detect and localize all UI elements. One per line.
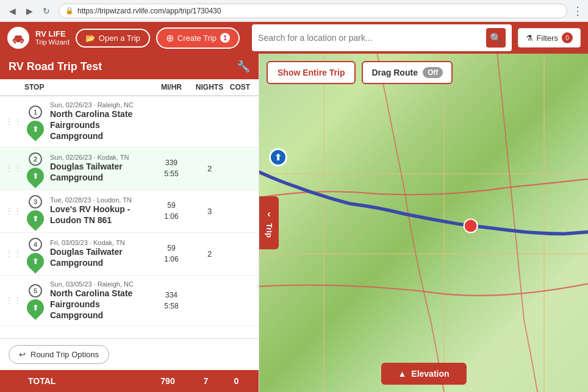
map-route-svg bbox=[259, 54, 588, 392]
elevation-icon: ▲ bbox=[398, 369, 406, 379]
total-cost: 0 bbox=[223, 376, 250, 386]
map-marker: ⬆ bbox=[23, 207, 48, 231]
stop-date: Sun, 02/26/23 · Raleigh, NC bbox=[50, 101, 150, 109]
open-trip-button[interactable]: 📂 Open a Trip bbox=[76, 29, 150, 48]
stop-info: Tue, 02/28/23 · Loudon, TN Love's RV Hoo… bbox=[50, 196, 150, 226]
plus-circle-icon: ⊕ bbox=[166, 32, 174, 44]
map-marker: ⬆ bbox=[23, 296, 48, 321]
map-marker: ⬆ bbox=[23, 164, 48, 188]
stop-mihr: 3345:58 bbox=[150, 290, 193, 312]
chevron-left-icon: ‹ bbox=[267, 208, 270, 219]
drag-handle[interactable]: ⋮⋮ bbox=[5, 163, 22, 173]
url-text: https://tripwizard.rvlife.com/app/trip/1… bbox=[77, 7, 221, 15]
browser-menu-icon[interactable]: ⋮ bbox=[572, 4, 583, 18]
logo-text: RV LIFE Trip Wizard bbox=[35, 29, 70, 47]
stop-number: 3 bbox=[29, 195, 42, 208]
drag-handle[interactable]: ⋮⋮ bbox=[5, 206, 22, 216]
back-button[interactable]: ◀ bbox=[5, 4, 20, 18]
start-marker-icon: ⬆ bbox=[269, 148, 287, 166]
filter-button[interactable]: ⚗ Filters 0 bbox=[518, 28, 581, 48]
stop-name: Douglas Tailwater Campground bbox=[50, 246, 150, 268]
search-button[interactable]: 🔍 bbox=[486, 28, 506, 48]
stop-num-icon: 2 ⬆ bbox=[26, 152, 45, 185]
trip-tab-label: Trip bbox=[265, 223, 274, 238]
stop-num-icon: 4 ⬆ bbox=[26, 238, 45, 270]
map-marker: ⬆ bbox=[23, 117, 48, 141]
main-layout: RV Road Trip Test 🔧 STOP MI/HR NIGHTS CO… bbox=[0, 54, 588, 392]
stop-name: Love's RV Hookup - Loudon TN 861 bbox=[50, 204, 150, 226]
search-input[interactable] bbox=[258, 33, 486, 43]
stop-number: 2 bbox=[29, 152, 42, 166]
search-area: 🔍 bbox=[252, 24, 512, 51]
address-bar[interactable]: 🔒 https://tripwizard.rvlife.com/app/trip… bbox=[59, 4, 567, 18]
elevation-button[interactable]: ▲ Elevation bbox=[381, 363, 466, 385]
stop-name: North Carolina State Fairgrounds Campgro… bbox=[50, 109, 150, 142]
table-row: ⋮⋮ 4 ⬆ Fri, 03/03/23 · Kodak, TN Douglas… bbox=[0, 233, 259, 276]
map-controls: Show Entire Trip Drag Route Off bbox=[267, 61, 453, 84]
stop-date: Sun, 03/05/23 · Raleigh, NC bbox=[50, 280, 150, 288]
stop-num-icon: 5 ⬆ bbox=[26, 284, 45, 316]
stop-date: Sun, 02/26/23 · Kodak, TN bbox=[50, 154, 150, 161]
svg-point-2 bbox=[20, 41, 23, 44]
start-marker: ⬆ bbox=[269, 148, 287, 166]
table-row: ⋮⋮ 2 ⬆ Sun, 02/26/23 · Kodak, TN Douglas… bbox=[0, 148, 259, 190]
create-trip-button[interactable]: ⊕ Create Trip 1 bbox=[156, 27, 240, 49]
wrench-button[interactable]: 🔧 bbox=[237, 60, 250, 73]
app-header: RV LIFE Trip Wizard 📂 Open a Trip ⊕ Crea… bbox=[0, 22, 588, 54]
trip-collapse-tab[interactable]: ‹ Trip bbox=[259, 196, 279, 250]
trip-header: RV Road Trip Test 🔧 bbox=[0, 54, 259, 79]
stop-number: 5 bbox=[29, 284, 42, 298]
round-trip-icon: ↩ bbox=[19, 350, 26, 359]
forward-button[interactable]: ▶ bbox=[22, 4, 37, 18]
stop-mihr: 591:06 bbox=[150, 243, 193, 265]
create-badge: 1 bbox=[220, 33, 230, 43]
map-marker: ⬆ bbox=[23, 249, 48, 274]
table-row: ⋮⋮ 3 ⬆ Tue, 02/28/23 · Loudon, TN Love's… bbox=[0, 190, 259, 233]
stop-num-icon: 1 ⬆ bbox=[26, 105, 45, 138]
stop-number: 1 bbox=[29, 105, 42, 119]
logo-icon bbox=[7, 27, 29, 49]
logo-line2: Trip Wizard bbox=[35, 38, 70, 46]
svg-point-1 bbox=[13, 41, 16, 44]
map-area[interactable]: Show Entire Trip Drag Route Off ‹ Trip ⬆… bbox=[259, 54, 588, 392]
stop-info: Fri, 03/03/23 · Kodak, TN Douglas Tailwa… bbox=[50, 239, 150, 268]
table-row: ⋮⋮ 1 ⬆ Sun, 02/26/23 · Raleigh, NC North… bbox=[0, 96, 259, 148]
stop-info: Sun, 02/26/23 · Kodak, TN Douglas Tailwa… bbox=[50, 154, 150, 183]
stop-mihr: 591:06 bbox=[150, 200, 193, 222]
stop-info: Sun, 02/26/23 · Raleigh, NC North Caroli… bbox=[50, 101, 150, 142]
table-row: ⋮⋮ 5 ⬆ Sun, 03/05/23 · Raleigh, NC North… bbox=[0, 276, 259, 327]
drag-route-toggle: Off bbox=[423, 67, 443, 78]
drag-route-label: Drag Route bbox=[371, 68, 417, 77]
stop-date: Tue, 02/28/23 · Loudon, TN bbox=[50, 196, 150, 204]
col-mihr-header: MI/HR bbox=[150, 83, 193, 91]
col-nights-header: NIGHTS bbox=[193, 83, 226, 91]
logo-line1: RV LIFE bbox=[35, 29, 70, 39]
drag-handle[interactable]: ⋮⋮ bbox=[5, 296, 22, 305]
filter-count: 0 bbox=[562, 32, 573, 43]
stop-list: ⋮⋮ 1 ⬆ Sun, 02/26/23 · Raleigh, NC North… bbox=[0, 96, 259, 338]
bottom-bar: ↩ Round Trip Options bbox=[0, 338, 259, 370]
total-label: TOTAL bbox=[9, 376, 146, 386]
left-panel: RV Road Trip Test 🔧 STOP MI/HR NIGHTS CO… bbox=[0, 54, 259, 392]
browser-bar: ◀ ▶ ↻ 🔒 https://tripwizard.rvlife.com/ap… bbox=[0, 0, 588, 22]
round-trip-button[interactable]: ↩ Round Trip Options bbox=[9, 345, 109, 364]
drag-handle[interactable]: ⋮⋮ bbox=[5, 116, 22, 126]
stop-info: Sun, 03/05/23 · Raleigh, NC North Caroli… bbox=[50, 280, 150, 321]
stop-name: Douglas Tailwater Campground bbox=[50, 161, 150, 183]
stop-nights: 2 bbox=[193, 164, 226, 173]
col-cost-header: COST bbox=[226, 83, 254, 91]
drag-handle[interactable]: ⋮⋮ bbox=[5, 249, 22, 258]
refresh-button[interactable]: ↻ bbox=[39, 4, 54, 18]
lock-icon: 🔒 bbox=[65, 7, 74, 15]
totals-bar: TOTAL 790 7 0 bbox=[0, 370, 259, 392]
stop-num-icon: 3 ⬆ bbox=[26, 195, 45, 227]
stop-nights: 3 bbox=[193, 207, 226, 216]
col-stop-header: STOP bbox=[5, 83, 150, 91]
stop-number: 4 bbox=[29, 238, 42, 251]
stop-name: North Carolina State Fairgrounds Campgro… bbox=[50, 288, 150, 321]
browser-nav: ◀ ▶ ↻ bbox=[5, 4, 54, 18]
stop-nights: 2 bbox=[193, 249, 226, 258]
show-entire-trip-button[interactable]: Show Entire Trip bbox=[267, 61, 356, 84]
search-icon: 🔍 bbox=[490, 32, 502, 44]
drag-route-button[interactable]: Drag Route Off bbox=[362, 61, 453, 84]
